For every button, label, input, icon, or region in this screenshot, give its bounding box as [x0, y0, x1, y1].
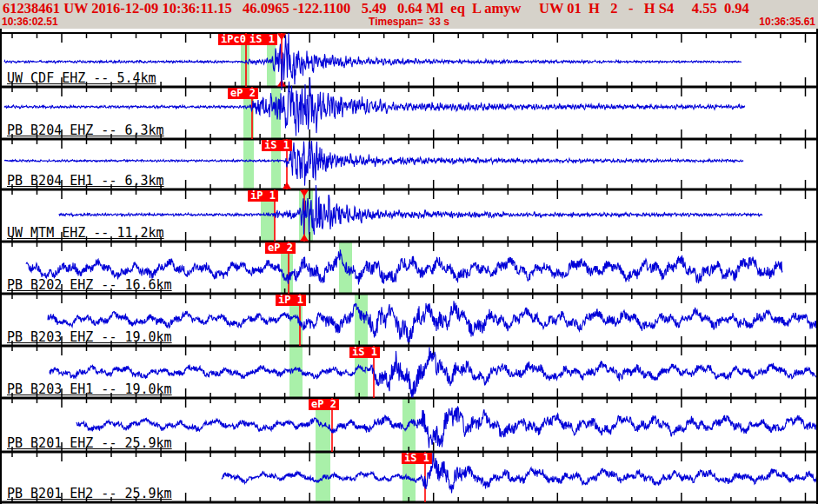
time-ruler-labels: 10:36:02.51 Timespan= 33 s 10:36:35.61	[0, 17, 818, 29]
pick-label[interactable]: eP 2	[309, 399, 339, 410]
trace-row-4[interactable]	[0, 242, 818, 294]
pick-label[interactable]: iPc0	[218, 34, 249, 45]
seismic-review-window: { "header": { "line1": "61238461 UW 2016…	[0, 0, 818, 504]
pick-label[interactable]: iP 1	[276, 295, 306, 306]
trace-row-1[interactable]	[0, 87, 818, 139]
trace-row-3[interactable]	[0, 189, 818, 242]
trace-row-0[interactable]	[0, 33, 818, 87]
trace-row-5[interactable]	[0, 294, 818, 346]
pick-label[interactable]: iS 1	[349, 347, 380, 358]
timespan-label: Timespan= 33 s	[0, 17, 818, 28]
pick-label[interactable]: eP 2	[265, 242, 296, 254]
trace-row-7[interactable]	[0, 398, 818, 452]
header-bar: 61238461 UW 2016-12-09 10:36:11.15 46.09…	[0, 0, 818, 29]
event-summary-line: 61238461 UW 2016-12-09 10:36:11.15 46.09…	[3, 0, 749, 17]
pick-label[interactable]: eP 2	[228, 88, 258, 99]
pick-label[interactable]: iP 1	[248, 190, 278, 202]
overlays-layer: iPc0iS 1UW CDF EHZ -- 5.4kmeP 2PB B204 E…	[0, 0, 818, 504]
pick-label[interactable]: iS 1	[402, 453, 432, 464]
pick-label[interactable]: iS 1	[247, 34, 277, 45]
pick-label[interactable]: iS 1	[262, 140, 292, 151]
window-end-time: 10:36:35.61	[759, 17, 815, 28]
trace-row-6[interactable]	[0, 346, 818, 398]
trace-row-2[interactable]	[0, 139, 818, 189]
